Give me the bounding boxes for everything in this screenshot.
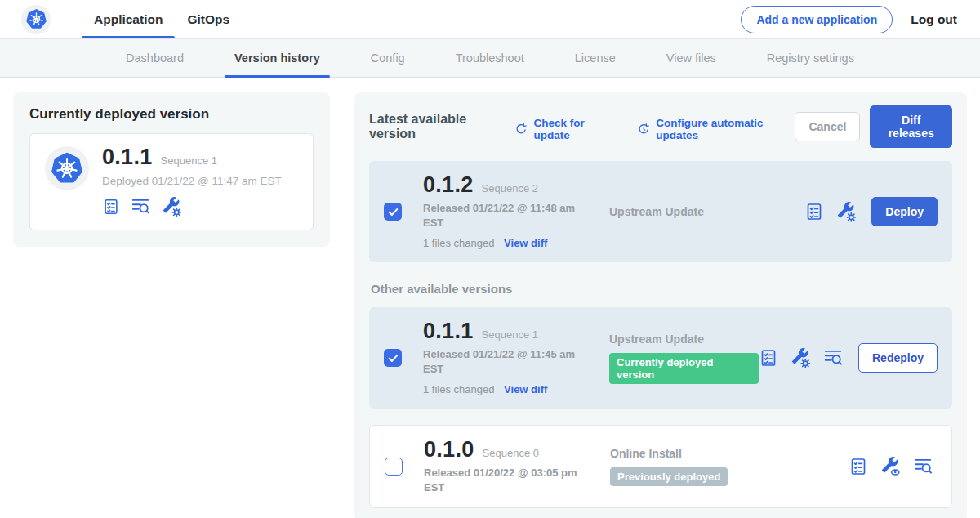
currently-deployed-badge: Currently deployed version [609,353,759,384]
deployed-version-number: 0.1.1 [102,146,153,168]
subnav-tab-registry-settings[interactable]: Registry settings [754,39,867,77]
checkmark-icon [387,206,399,218]
previously-deployed-badge: Previously deployed [610,467,728,486]
preflight-checks-icon[interactable] [759,348,778,368]
edit-config-icon[interactable] [790,347,811,368]
currently-deployed-panel: Currently deployed version 0.1.1 Sequenc… [13,92,330,247]
subnav-tab-troubleshoot[interactable]: Troubleshoot [443,39,537,77]
edit-config-icon[interactable] [835,201,857,222]
view-diff-link[interactable]: View diff [504,383,547,395]
logout-button[interactable]: Log out [911,12,957,27]
version-row-0-1-1: 0.1.1 Sequence 1 Released 01/21/22 @ 11:… [369,307,952,409]
tab-application[interactable]: Application [82,0,175,38]
deployed-sequence-label: Sequence 1 [161,154,217,167]
subnav-tab-version-history[interactable]: Version history [221,39,333,77]
version-history-page: Currently deployed version 0.1.1 Sequenc… [0,78,980,518]
version-source-label: Online Install [610,447,849,460]
schedule-update-icon [637,122,650,136]
sequence-label: Sequence 0 [483,447,539,459]
top-navbar: Application GitOps Add a new application… [0,0,980,39]
version-checkbox[interactable] [384,349,402,367]
deployed-version-card: 0.1.1 Sequence 1 Deployed 01/21/22 @ 11:… [29,133,314,230]
add-new-application-button[interactable]: Add a new application [741,6,893,33]
version-row-0-1-0: 0.1.0 Sequence 0 Released 01/20/22 @ 03:… [369,425,952,508]
subnav-tab-dashboard[interactable]: Dashboard [113,39,197,77]
available-versions-panel: Latest available version Check for updat… [354,92,967,518]
view-diff-link[interactable]: View diff [504,237,547,249]
subnav-tab-view-files[interactable]: View files [653,39,729,77]
preflight-checks-icon[interactable] [804,202,824,221]
sequence-label: Sequence 1 [482,328,538,341]
refresh-icon [514,122,528,136]
top-nav-tabs: Application GitOps [82,0,242,38]
app-subnav: Dashboard Version history Config Trouble… [0,39,980,78]
configure-automatic-updates-link[interactable]: Configure automatic updates [637,117,795,141]
logs-search-icon[interactable] [822,347,844,368]
released-timestamp: Released 01/21/22 @ 11:45 am EST [423,347,578,376]
logs-search-icon[interactable] [912,456,933,477]
logs-search-icon[interactable] [130,196,151,217]
edit-config-icon[interactable] [161,196,182,217]
subnav-tab-license[interactable]: License [562,39,629,77]
view-config-icon[interactable] [880,456,901,477]
version-checkbox[interactable] [385,458,403,476]
files-changed-label: 1 files changed [423,237,494,249]
files-changed-label: 1 files changed [423,383,494,395]
app-icon [45,146,89,190]
version-source-label: Upstream Update [609,333,759,346]
check-for-update-link[interactable]: Check for update [514,117,616,141]
version-checkbox[interactable] [384,203,402,221]
version-row-0-1-2: 0.1.2 Sequence 2 Released 01/21/22 @ 11:… [369,161,952,262]
other-available-versions-title: Other available versions [371,282,952,296]
deploy-button[interactable]: Deploy [871,197,938,226]
version-number: 0.1.1 [423,320,474,342]
kubernetes-logo [21,5,51,34]
available-versions-header: Latest available version Check for updat… [369,105,952,148]
version-source-label: Upstream Update [609,205,804,218]
version-number: 0.1.2 [423,174,474,196]
currently-deployed-title: Currently deployed version [29,106,314,123]
subnav-tab-config[interactable]: Config [358,39,418,77]
preflight-checks-icon[interactable] [102,198,120,216]
latest-available-title: Latest available version [369,112,505,141]
deployed-timestamp: Deployed 01/21/22 @ 11:47 am EST [102,175,282,187]
redeploy-button[interactable]: Redeploy [858,343,938,373]
released-timestamp: Released 01/21/22 @ 11:48 am EST [423,201,578,230]
sequence-label: Sequence 2 [482,182,538,194]
tab-gitops[interactable]: GitOps [175,0,242,38]
released-timestamp: Released 01/20/22 @ 03:05 pm EST [424,466,579,494]
cancel-diff-button[interactable]: Cancel [795,112,860,141]
checkmark-icon [387,352,399,364]
version-number: 0.1.0 [424,439,474,461]
preflight-checks-icon[interactable] [849,457,868,476]
diff-releases-button[interactable]: Diff releases [870,105,952,148]
